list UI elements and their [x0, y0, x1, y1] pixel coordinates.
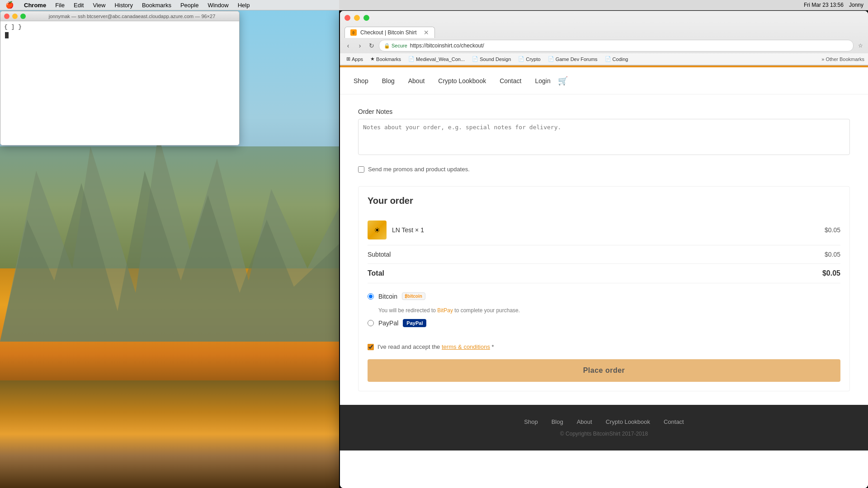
site-content: Shop Blog About Crypto Lookbook Contact …	[340, 66, 868, 488]
footer-copyright: © Copyrights BitcoinShirt 2017-2018	[354, 431, 854, 437]
menubar-edit[interactable]: Edit	[69, 2, 88, 9]
order-notes-textarea[interactable]	[358, 119, 850, 155]
subtotal-label: Subtotal	[368, 251, 391, 258]
nav-login[interactable]: Login	[535, 77, 550, 84]
lock-icon: 🔒	[384, 43, 390, 49]
footer-about[interactable]: About	[577, 418, 592, 425]
folder-icon-sound: 📄	[472, 56, 478, 62]
url-text[interactable]: https://bitcoinshirt.co/checkout/	[410, 42, 484, 49]
paypal-radio[interactable]	[368, 320, 374, 326]
menubar-view[interactable]: View	[88, 2, 110, 9]
terminal-titlebar: jonnymak — ssh btcserver@abc.canadaeast.…	[0, 11, 239, 21]
nav-links: Shop Blog About Crypto Lookbook Contact	[354, 77, 521, 84]
terminal-maximize-button[interactable]	[20, 14, 26, 19]
menubar-history[interactable]: History	[110, 2, 137, 9]
order-item-image: ☀	[368, 221, 387, 239]
bitcoin-logo: ₿bitcoin	[402, 292, 425, 300]
apps-icon: ⊞	[346, 56, 350, 62]
payment-bitcoin-option: Bitcoin ₿bitcoin	[368, 292, 840, 300]
payment-paypal-option: PayPal PayPal	[368, 319, 840, 327]
tab-title: Checkout | Bitcoin Shirt	[360, 29, 417, 36]
browser-forward-button[interactable]: ›	[355, 41, 364, 50]
address-bar-icons: ☆	[856, 42, 864, 50]
terminal-line-1: { ] }	[4, 23, 236, 31]
bitcoin-desc: You will be redirected to BitPay to comp…	[378, 307, 840, 314]
bookmark-crypto[interactable]: 📄 Crypto	[515, 55, 543, 63]
site-navigation: Shop Blog About Crypto Lookbook Contact …	[340, 67, 868, 94]
footer-crypto-lookbook[interactable]: Crypto Lookbook	[606, 418, 650, 425]
browser-close-button[interactable]	[344, 15, 350, 21]
menubar-file[interactable]: File	[51, 2, 69, 9]
folder-icon-coding: 📄	[605, 56, 611, 62]
place-order-button[interactable]: Place order	[368, 359, 840, 382]
browser-maximize-button[interactable]	[363, 15, 369, 21]
order-notes-section: Order Notes	[358, 108, 850, 157]
terminal-body[interactable]: { ] }	[0, 21, 239, 145]
order-item-row: ☀ LN Test × 1 $0.05	[368, 215, 840, 245]
footer-shop[interactable]: Shop	[524, 418, 538, 425]
address-bar[interactable]: 🔒 Secure https://bitcoinshirt.co/checkou…	[379, 40, 854, 52]
your-order-section: Your order ☀ LN Test × 1 $0.05	[358, 186, 850, 391]
nav-crypto-lookbook[interactable]: Crypto Lookbook	[438, 77, 486, 84]
order-item-price: $0.05	[825, 226, 840, 234]
bitpay-link[interactable]: BitPay	[437, 307, 453, 314]
order-notes-label: Order Notes	[358, 108, 850, 115]
nav-blog[interactable]: Blog	[382, 77, 395, 84]
folder-icon-medieval: 📄	[408, 56, 415, 62]
paypal-label: PayPal	[378, 319, 398, 327]
address-bar-row: ‹ › ↻ 🔒 Secure https://bitcoinshirt.co/c…	[340, 38, 868, 53]
menubar-chrome[interactable]: Chrome	[19, 2, 51, 9]
desktop-background: jonnymak — ssh btcserver@abc.canadaeast.…	[0, 0, 339, 488]
folder-icon-crypto: 📄	[518, 56, 524, 62]
bookmark-gamedev[interactable]: 📄 Game Dev Forums	[545, 55, 600, 63]
tab-close-icon[interactable]: ✕	[424, 29, 429, 36]
footer-blog[interactable]: Blog	[552, 418, 563, 425]
terms-checkbox[interactable]	[368, 344, 374, 350]
terminal-close-button[interactable]	[4, 14, 9, 19]
nav-about[interactable]: About	[408, 77, 425, 84]
bookmark-bookmarks[interactable]: ★ Bookmarks	[368, 55, 404, 63]
cart-icon[interactable]: 🛒	[558, 76, 568, 86]
browser-chrome: ₿ Checkout | Bitcoin Shirt ✕ ‹ › ↻ 🔒 Sec…	[340, 11, 868, 66]
bookmark-sound-design[interactable]: 📄 Sound Design	[469, 55, 514, 63]
nav-contact[interactable]: Contact	[500, 77, 521, 84]
footer-contact[interactable]: Contact	[664, 418, 684, 425]
terminal-window: jonnymak — ssh btcserver@abc.canadaeast.…	[0, 11, 240, 145]
footer-links: Shop Blog About Crypto Lookbook Contact	[354, 418, 854, 425]
terminal-cursor-line	[4, 31, 236, 39]
browser-reload-button[interactable]: ↻	[367, 41, 376, 50]
menubar-people[interactable]: People	[176, 2, 203, 9]
terms-label: I've read and accept the terms & conditi…	[377, 343, 494, 350]
terms-row: I've read and accept the terms & conditi…	[368, 343, 840, 350]
bookmarks-more-button[interactable]: » Other Bookmarks	[821, 56, 864, 62]
browser-back-button[interactable]: ‹	[344, 41, 353, 50]
bitcoin-label: Bitcoin	[378, 293, 397, 300]
tab-bar: ₿ Checkout | Bitcoin Shirt ✕	[340, 24, 868, 38]
bitcoin-radio[interactable]	[368, 293, 374, 300]
menubar-bookmarks[interactable]: Bookmarks	[137, 2, 176, 9]
browser-minimize-button[interactable]	[354, 15, 360, 21]
bookmarks-bar: ⊞ Apps ★ Bookmarks 📄 Medieval_Wea_Con...…	[340, 53, 868, 65]
payment-section: Bitcoin ₿bitcoin You will be redirected …	[368, 283, 840, 343]
nav-shop[interactable]: Shop	[354, 77, 368, 84]
browser-window: ₿ Checkout | Bitcoin Shirt ✕ ‹ › ↻ 🔒 Sec…	[340, 11, 868, 488]
menubar-user: Jonny	[849, 2, 863, 8]
browser-tab-active[interactable]: ₿ Checkout | Bitcoin Shirt ✕	[344, 27, 435, 38]
menubar-right: Fri Mar 23 13:56 Jonny	[804, 2, 868, 8]
menubar: 🍎 Chrome File Edit View History Bookmark…	[0, 0, 868, 10]
terminal-minimize-button[interactable]	[12, 14, 18, 19]
bookmark-apps[interactable]: ⊞ Apps	[344, 55, 366, 63]
total-value: $0.05	[822, 269, 840, 277]
bookmark-star-icon[interactable]: ☆	[856, 42, 864, 50]
total-label: Total	[368, 269, 384, 277]
secure-badge: 🔒 Secure	[384, 43, 407, 49]
promo-checkbox-row: Send me promos and product updates.	[358, 166, 850, 173]
terms-link[interactable]: terms & conditions	[442, 343, 490, 350]
promo-checkbox[interactable]	[358, 166, 364, 173]
bookmark-medieval[interactable]: 📄 Medieval_Wea_Con...	[406, 55, 467, 63]
apple-menu[interactable]: 🍎	[0, 1, 19, 9]
order-item-emoji: ☀	[374, 226, 380, 235]
menubar-window[interactable]: Window	[203, 2, 233, 9]
bookmark-coding[interactable]: 📄 Coding	[602, 55, 631, 63]
menubar-help[interactable]: Help	[233, 2, 255, 9]
